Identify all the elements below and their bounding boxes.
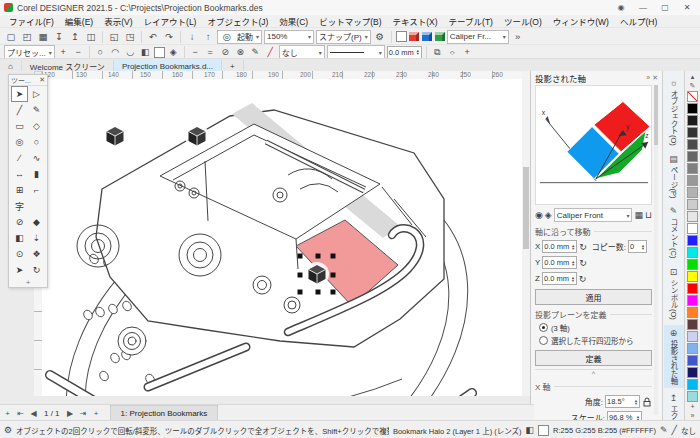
parallel-dimension-tool[interactable]: ▮: [28, 166, 45, 182]
docker-tab-symbols[interactable]: ⊡ シンボル(O): [664, 264, 684, 323]
arc2-mode-icon[interactable]: ◡: [124, 46, 137, 58]
line-thin-icon[interactable]: −: [189, 46, 202, 58]
plane-front-cube-button[interactable]: [422, 32, 432, 41]
apply-button[interactable]: 適用: [535, 289, 652, 305]
account-icon[interactable]: ◉: [612, 3, 630, 12]
palette-swatch[interactable]: [687, 139, 698, 150]
three-axes-radio[interactable]: (3 軸): [539, 322, 652, 333]
eyedropper-tool[interactable]: ⇣: [28, 230, 45, 246]
bookmark-cube-gizmo[interactable]: [305, 262, 329, 286]
zoom-level-dropdown[interactable]: 150%▾: [264, 30, 314, 44]
palette-swatch[interactable]: [687, 163, 698, 174]
freehand-pick-tool[interactable]: ↻: [28, 262, 45, 278]
connector-tool[interactable]: ⌐: [28, 182, 45, 198]
docker-tab-pages[interactable]: ▤ ページ(P): [664, 151, 684, 202]
collapse-section-icon[interactable]: ^: [535, 369, 652, 377]
line-2point-tool[interactable]: ∕: [11, 150, 28, 166]
pick-alt-tool[interactable]: ➤: [11, 262, 28, 278]
bookmark-toolbar-dropdown[interactable]: Caliper Fr...▾: [447, 30, 509, 44]
menu-item[interactable]: 効果(C): [274, 15, 313, 27]
canvas-vertical-scrollbar[interactable]: [522, 71, 530, 396]
palette-swatch[interactable]: [687, 283, 698, 294]
from-parallelogram-radio[interactable]: 選択した平行四辺形から: [539, 335, 652, 346]
shape-a-icon[interactable]: ⊘: [219, 46, 232, 58]
plane-top-cube-button[interactable]: [409, 32, 419, 41]
docker-close-icon[interactable]: ✕: [652, 74, 658, 81]
x-scale-input[interactable]: 96.8 %▲▼: [607, 411, 642, 420]
save-bookmark-icon[interactable]: ▦: [634, 210, 643, 220]
text-tool[interactable]: 字: [11, 198, 28, 214]
bookmark-cube-gizmo[interactable]: [185, 124, 209, 148]
outline-pen-icon[interactable]: ✎: [249, 46, 262, 58]
menu-item[interactable]: 表示(V): [99, 15, 137, 27]
palette-swatch[interactable]: [687, 199, 698, 210]
copies-input[interactable]: 0▲▼: [628, 240, 647, 253]
palette-swatch[interactable]: [687, 319, 698, 330]
rectangle-tool[interactable]: ▭: [11, 118, 28, 134]
plane-right-cube-button[interactable]: [435, 32, 445, 41]
export-icon[interactable]: ↥: [68, 30, 82, 44]
bring-front-icon[interactable]: ↑: [201, 30, 215, 44]
palette-swatch[interactable]: [687, 295, 698, 306]
x-rotate-icon[interactable]: ↻: [579, 242, 587, 252]
outline-none-icon[interactable]: ╱: [264, 46, 277, 58]
print-icon[interactable]: ◫: [84, 30, 98, 44]
close-button[interactable]: ✕: [678, 3, 696, 12]
bookmark-visibility-eye-icon[interactable]: ◉: [535, 210, 543, 220]
outline-style-dropdown[interactable]: なし▾: [279, 45, 325, 59]
smart-fill-icon[interactable]: ◈: [167, 46, 180, 58]
fill-bucket-icon[interactable]: ◧: [139, 46, 152, 58]
y-rotate-icon[interactable]: ↻: [579, 258, 587, 268]
arc-mode-icon[interactable]: ◠: [109, 46, 122, 58]
docker-tab-projected-axes[interactable]: ⊕ 投影された軸: [664, 325, 684, 388]
remove-preset-icon[interactable]: −: [72, 46, 85, 58]
palette-swatch[interactable]: [687, 247, 698, 258]
menu-item[interactable]: テーブル(T): [444, 15, 498, 27]
toolbox-close-icon[interactable]: ✕: [39, 76, 45, 84]
undo-icon[interactable]: ↶: [146, 30, 160, 44]
menu-item[interactable]: ウィンドウ(W): [548, 15, 614, 27]
outline-width-input[interactable]: 0.0 mm ▲▼: [387, 46, 422, 59]
palette-add-icon[interactable]: +: [690, 402, 694, 411]
add-page-button[interactable]: +: [2, 409, 13, 418]
status-gear-icon[interactable]: ⚙: [4, 425, 12, 435]
menu-item[interactable]: レイアウト(L): [139, 15, 202, 27]
palette-swatch[interactable]: [687, 355, 698, 366]
options-gear-icon[interactable]: ⚙: [373, 30, 387, 44]
drawing-canvas[interactable]: [42, 79, 522, 396]
menu-item[interactable]: 編集(E): [60, 15, 98, 27]
weld-icon[interactable]: ⧉: [431, 46, 444, 58]
import-icon[interactable]: ↧: [52, 30, 66, 44]
menu-item[interactable]: ツール(O): [499, 15, 547, 27]
x-distance-input[interactable]: 0.0 mm▲▼: [542, 240, 577, 253]
send-back-icon[interactable]: ↓: [185, 30, 199, 44]
menu-item[interactable]: ヘルプ(H): [615, 15, 662, 27]
minimize-button[interactable]: —: [634, 3, 652, 12]
previous-page-button[interactable]: ◀: [28, 409, 39, 418]
palette-swatch[interactable]: [687, 271, 698, 282]
palette-more-icon[interactable]: »: [691, 411, 695, 420]
fill-color-swatch[interactable]: [154, 47, 165, 58]
z-rotate-icon[interactable]: ↻: [579, 274, 587, 284]
delete-bookmark-icon[interactable]: ⊔: [645, 210, 652, 220]
palette-swatch[interactable]: [687, 175, 698, 186]
paste-icon[interactable]: ◳: [123, 30, 137, 44]
palette-swatch[interactable]: [687, 259, 698, 270]
toolbox-more-button[interactable]: +: [9, 278, 47, 287]
z-distance-input[interactable]: 0.0 mm▲▼: [542, 272, 577, 285]
preset-dropdown[interactable]: プリセッ...▾: [4, 45, 55, 59]
x-angle-input[interactable]: 18.5°▲▼: [605, 395, 640, 408]
pick-tool[interactable]: ➤: [11, 86, 28, 102]
docker-tab-objects[interactable]: ☼ オブジェクト(O): [664, 75, 684, 149]
docker-scrollbar[interactable]: [654, 85, 658, 415]
trim-icon[interactable]: ⌔: [446, 46, 459, 58]
launch-dropdown[interactable]: ◎ 起動▾: [217, 30, 262, 44]
palette-scroll-up-icon[interactable]: ▴: [691, 72, 695, 81]
shape-tool[interactable]: ▷: [28, 86, 45, 102]
bezier-tool[interactable]: ∿: [28, 150, 45, 166]
new-document-icon[interactable]: ▢: [4, 30, 18, 44]
define-button[interactable]: 定義: [535, 350, 652, 366]
propbar-add-icon[interactable]: +: [461, 46, 474, 58]
palette-swatch[interactable]: [687, 127, 698, 138]
add-preset-icon[interactable]: +: [57, 46, 70, 58]
